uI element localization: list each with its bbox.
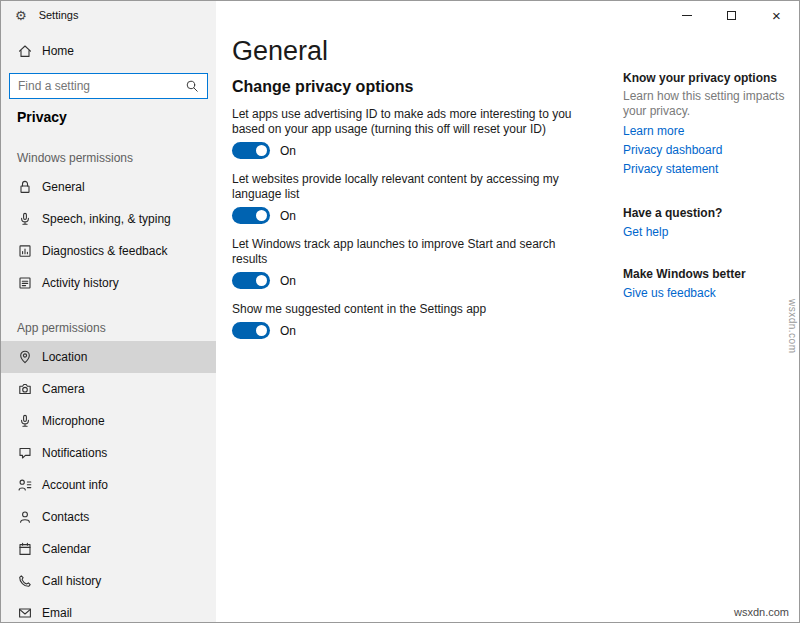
toggle-switch-advertising-id[interactable] xyxy=(232,142,270,159)
setting-track-app-launches: Let Windows track app launches to improv… xyxy=(232,237,622,289)
sidebar-item-camera[interactable]: Camera xyxy=(1,373,216,405)
aside-heading: Know your privacy options xyxy=(623,71,799,85)
sidebar-section-windows-permissions: Windows permissions xyxy=(17,151,216,165)
toggle-state-label: On xyxy=(280,209,296,223)
window-controls: × xyxy=(664,1,799,29)
search-icon[interactable] xyxy=(184,78,200,94)
privacy-statement-link[interactable]: Privacy statement xyxy=(623,162,799,176)
diagnostics-icon xyxy=(17,243,33,259)
aside-group-question: Have a question? Get help xyxy=(623,206,799,239)
account-info-icon xyxy=(17,477,33,493)
activity-history-icon xyxy=(17,275,33,291)
sidebar-item-label: Camera xyxy=(42,382,85,396)
setting-advertising-id: Let apps use advertising ID to make ads … xyxy=(232,107,622,159)
titlebar[interactable]: ⚙ Settings × xyxy=(1,1,799,29)
toggle-state-label: On xyxy=(280,324,296,338)
settings-gear-icon: ⚙ xyxy=(15,9,27,22)
sidebar-item-label: Contacts xyxy=(42,510,89,524)
sidebar-item-email[interactable]: Email xyxy=(1,597,216,622)
toggle-row: On xyxy=(232,207,622,224)
privacy-dashboard-link[interactable]: Privacy dashboard xyxy=(623,143,799,157)
aside-heading: Make Windows better xyxy=(623,267,799,281)
app-title: Settings xyxy=(39,9,79,21)
close-button[interactable]: × xyxy=(754,1,799,29)
setting-suggested-content: Show me suggested content in the Setting… xyxy=(232,302,622,339)
sidebar-item-activity-history[interactable]: Activity history xyxy=(1,267,216,299)
setting-label: Let Windows track app launches to improv… xyxy=(232,237,584,267)
sidebar-item-label: Microphone xyxy=(42,414,105,428)
setting-label: Let websites provide locally relevant co… xyxy=(232,172,584,202)
contacts-icon xyxy=(17,509,33,525)
sidebar-item-call-history[interactable]: Call history xyxy=(1,565,216,597)
aside-heading: Have a question? xyxy=(623,206,799,220)
main-content: General Change privacy options Let apps … xyxy=(232,29,622,352)
setting-label: Show me suggested content in the Setting… xyxy=(232,302,584,317)
sidebar-item-label: Calendar xyxy=(42,542,91,556)
location-pin-icon xyxy=(17,349,33,365)
search-input[interactable] xyxy=(18,79,184,93)
toggle-switch-suggested-content[interactable] xyxy=(232,322,270,339)
page-title: General xyxy=(232,35,622,67)
toggle-switch-locally-relevant-content[interactable] xyxy=(232,207,270,224)
sidebar-item-home[interactable]: Home xyxy=(1,35,216,67)
sidebar-item-label: Call history xyxy=(42,574,101,588)
toggle-state-label: On xyxy=(280,274,296,288)
email-icon xyxy=(17,605,33,621)
toggle-state-label: On xyxy=(280,144,296,158)
sidebar-item-label: Home xyxy=(42,44,74,58)
camera-icon xyxy=(17,381,33,397)
home-icon xyxy=(17,43,33,59)
sidebar-item-label: General xyxy=(42,180,85,194)
sidebar-item-label: Activity history xyxy=(42,276,119,290)
watermark: wsxdn.com xyxy=(734,606,789,618)
sidebar-item-general[interactable]: General xyxy=(1,171,216,203)
toggle-row: On xyxy=(232,142,622,159)
sidebar-item-label: Speech, inking, & typing xyxy=(42,212,171,226)
sidebar-item-label: Account info xyxy=(42,478,108,492)
setting-locally-relevant-content: Let websites provide locally relevant co… xyxy=(232,172,622,224)
lock-icon xyxy=(17,179,33,195)
sidebar-item-calendar[interactable]: Calendar xyxy=(1,533,216,565)
help-aside: Know your privacy options Learn how this… xyxy=(623,71,799,300)
sidebar-item-location[interactable]: Location xyxy=(1,341,216,373)
maximize-icon xyxy=(727,11,736,20)
sidebar-pane-title: Privacy xyxy=(17,109,216,125)
sidebar-item-contacts[interactable]: Contacts xyxy=(1,501,216,533)
microphone-icon xyxy=(17,413,33,429)
minimize-icon xyxy=(682,15,692,16)
sidebar-item-label: Diagnostics & feedback xyxy=(42,244,167,258)
privacy-settings-list: Let apps use advertising ID to make ads … xyxy=(232,107,622,339)
titlebar-app-identity: ⚙ Settings xyxy=(15,1,78,29)
sidebar-item-account-info[interactable]: Account info xyxy=(1,469,216,501)
aside-group-privacy-options: Know your privacy options Learn how this… xyxy=(623,71,799,176)
learn-more-link[interactable]: Learn more xyxy=(623,124,799,138)
aside-group-feedback: Make Windows better Give us feedback xyxy=(623,267,799,300)
settings-sidebar: Home Privacy Windows permissions General… xyxy=(1,1,216,622)
sidebar-section-app-permissions: App permissions xyxy=(17,321,216,335)
toggle-row: On xyxy=(232,322,622,339)
sidebar-item-label: Notifications xyxy=(42,446,107,460)
sidebar-item-microphone[interactable]: Microphone xyxy=(1,405,216,437)
search-box xyxy=(9,73,208,99)
sidebar-item-notifications[interactable]: Notifications xyxy=(1,437,216,469)
sidebar-item-speech-inking-typing[interactable]: Speech, inking, & typing xyxy=(1,203,216,235)
aside-description: Learn how this setting impacts your priv… xyxy=(623,89,799,119)
minimize-button[interactable] xyxy=(664,1,709,29)
sidebar-item-diagnostics-feedback[interactable]: Diagnostics & feedback xyxy=(1,235,216,267)
get-help-link[interactable]: Get help xyxy=(623,225,799,239)
sidebar-item-label: Location xyxy=(42,350,87,364)
call-history-icon xyxy=(17,573,33,589)
section-title: Change privacy options xyxy=(232,77,622,97)
watermark: wsxdn.com xyxy=(787,299,798,354)
microphone-icon xyxy=(17,211,33,227)
sidebar-item-label: Email xyxy=(42,606,72,620)
toggle-switch-track-app-launches[interactable] xyxy=(232,272,270,289)
calendar-icon xyxy=(17,541,33,557)
close-icon: × xyxy=(772,8,781,23)
notifications-icon xyxy=(17,445,33,461)
maximize-button[interactable] xyxy=(709,1,754,29)
give-feedback-link[interactable]: Give us feedback xyxy=(623,286,799,300)
toggle-row: On xyxy=(232,272,622,289)
setting-label: Let apps use advertising ID to make ads … xyxy=(232,107,584,137)
